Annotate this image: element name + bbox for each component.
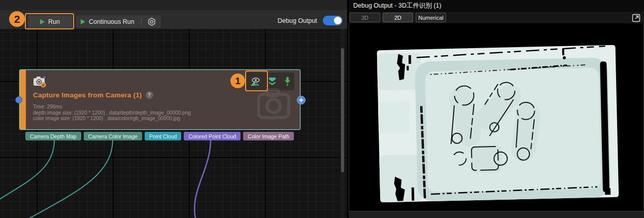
tab-2d[interactable]: 2D — [383, 13, 413, 22]
wire-camera-depth-map[interactable] — [0, 140, 54, 200]
output-download-icon[interactable] — [284, 77, 291, 86]
node-output-tags: Camera Depth Map Camera Color Image Poin… — [25, 132, 294, 140]
debug-output-panel: Debug Output - 3D工件识别 (1) 3D 2D Numerica… — [349, 0, 644, 218]
collapse-outputs-icon[interactable] — [267, 77, 277, 86]
node-color-image-info: color image size: (1920 * 1200) , data/c… — [33, 116, 191, 122]
play-icon — [81, 19, 85, 24]
debug-view-tabs: 3D 2D Numerical — [349, 12, 644, 23]
annotation-badge-2: 2 — [9, 11, 25, 27]
help-icon[interactable]: ? — [146, 91, 153, 99]
camera-icon — [33, 75, 47, 90]
node-time: Time: 296ms — [33, 104, 191, 110]
app-window: Run Continuous Run Debug Output — [0, 0, 644, 218]
gear-icon[interactable] — [147, 17, 156, 26]
node-input-port[interactable] — [15, 96, 22, 103]
output-tag-point-cloud[interactable]: Point Cloud — [145, 132, 181, 140]
node-output-port-add[interactable] — [297, 96, 306, 104]
camera-watermark-icon — [257, 88, 293, 123]
depth-map-image — [349, 23, 643, 210]
continuous-run-label: Continuous Run — [89, 18, 134, 25]
debug-panel-title: Debug Output - 3D工件识别 (1) — [349, 0, 644, 12]
open-in-window-icon[interactable] — [631, 13, 640, 22]
output-tag-camera-color-image[interactable]: Camera Color Image — [84, 132, 142, 140]
output-tag-colored-point-cloud[interactable]: Colored Point Cloud — [184, 132, 241, 140]
toggle-knob — [334, 17, 342, 24]
output-tag-color-image-path[interactable]: Color Image Path — [243, 132, 294, 140]
wire-camera-color-image[interactable] — [25, 140, 113, 218]
annotation-badge-1: 1 — [230, 74, 245, 88]
panel-bottom-strip — [349, 211, 644, 218]
node-title: Capture Images from Camera (1) — [33, 91, 142, 99]
preview-icon-highlight — [245, 70, 268, 91]
depth-map-viewport[interactable] — [349, 23, 644, 211]
canvas-scrollbar-track[interactable] — [341, 29, 345, 218]
canvas-scrollbar-thumb[interactable] — [341, 48, 344, 172]
run-button-highlight — [25, 13, 74, 29]
node-depth-image-info: depth image size: (1920 * 1200) , data/d… — [33, 110, 191, 116]
continuous-run-button[interactable]: Continuous Run — [76, 15, 161, 28]
debug-output-control: Debug Output — [278, 16, 343, 25]
wire-colored-point-cloud[interactable] — [194, 140, 211, 218]
output-tag-camera-depth-map[interactable]: Camera Depth Map — [25, 132, 81, 140]
graph-editor-panel: Run Continuous Run Debug Output — [0, 0, 347, 218]
debug-output-toggle[interactable] — [323, 16, 343, 25]
tab-numerical[interactable]: Numerical — [416, 13, 446, 22]
tab-3d[interactable]: 3D — [350, 13, 380, 22]
toolbar-separator — [141, 18, 142, 25]
node-graph-canvas[interactable]: Capture Images from Camera (1) ? Time: 2… — [0, 29, 347, 218]
debug-output-label: Debug Output — [278, 17, 317, 24]
node-runtime-info: Time: 296ms depth image size: (1920 * 12… — [33, 104, 191, 122]
